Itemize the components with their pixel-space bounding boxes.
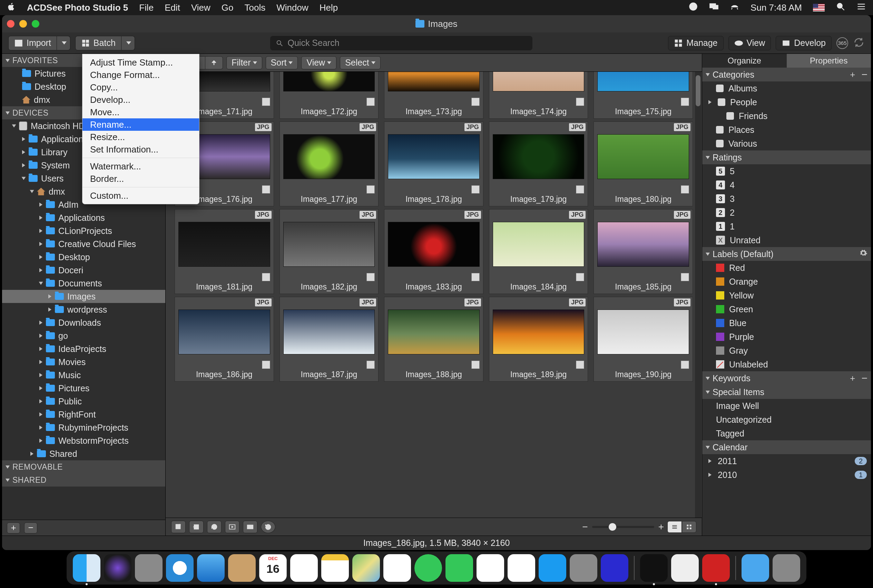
- thumb-cell[interactable]: JPGImages_177.jpg: [279, 122, 379, 206]
- batch-develop[interactable]: Develop...: [82, 93, 199, 106]
- compare-button[interactable]: [243, 521, 257, 533]
- filter-dropdown[interactable]: Filter: [226, 56, 262, 69]
- apple-icon[interactable]: [7, 2, 16, 14]
- label-red[interactable]: Red: [702, 261, 871, 274]
- folder-public[interactable]: Public: [2, 395, 165, 408]
- cal-2010[interactable]: 20101: [702, 468, 871, 482]
- folder-rubymine[interactable]: RubymineProjects: [2, 421, 165, 434]
- folder-wordpress[interactable]: wordpress: [2, 303, 165, 316]
- dock-maps[interactable]: [352, 554, 380, 582]
- dock-1password[interactable]: [671, 554, 699, 582]
- calendar-header[interactable]: Calendar: [702, 440, 871, 454]
- thumb-cell[interactable]: Images_175.jpg: [594, 72, 693, 119]
- thumb-cell[interactable]: JPGImages_187.jpg: [279, 297, 379, 382]
- thumb-cell[interactable]: Images_172.jpg: [279, 72, 379, 119]
- batch-change-format[interactable]: Change Format...: [82, 69, 199, 81]
- dock-acdsee[interactable]: [702, 554, 730, 582]
- quick-search[interactable]: Quick Search: [270, 36, 532, 50]
- thumb-checkbox[interactable]: [262, 361, 270, 369]
- checkbox[interactable]: [716, 140, 724, 147]
- folder-rightfont[interactable]: RightFont: [2, 408, 165, 421]
- external-open-button[interactable]: [171, 521, 186, 533]
- batch-set-info[interactable]: Set Information...: [82, 143, 199, 156]
- dock-finder[interactable]: [73, 554, 100, 582]
- menubar-clock[interactable]: Sun 7:48 AM: [750, 2, 802, 13]
- label-yellow[interactable]: Yellow: [702, 288, 871, 302]
- dock-downloads-stack[interactable]: [741, 554, 769, 582]
- cat-people[interactable]: People: [702, 95, 871, 109]
- thumb-cell[interactable]: JPGImages_180.jpg: [594, 122, 693, 206]
- mode-manage[interactable]: Manage: [668, 36, 723, 50]
- mode-365[interactable]: 365: [836, 37, 848, 49]
- thumb-cell[interactable]: JPGImages_184.jpg: [489, 209, 588, 294]
- close-button[interactable]: [7, 20, 15, 28]
- view-grid[interactable]: [682, 521, 696, 533]
- folder-webstorm[interactable]: WebstormProjects: [2, 434, 165, 447]
- minimize-button[interactable]: [20, 20, 27, 28]
- folder-clion[interactable]: CLionProjects: [2, 224, 165, 237]
- remove-keyword-icon[interactable]: −: [861, 372, 867, 384]
- dock-itunes[interactable]: [508, 554, 535, 582]
- menu-edit[interactable]: Edit: [165, 2, 180, 13]
- label-unlabeled[interactable]: Unlabeled: [702, 357, 871, 371]
- thumb-checkbox[interactable]: [471, 185, 480, 194]
- menu-window[interactable]: Window: [276, 2, 308, 13]
- folder-apps2[interactable]: Applications: [2, 211, 165, 224]
- batch-border[interactable]: Border...: [82, 172, 199, 185]
- dock-photos[interactable]: [383, 554, 411, 582]
- batch-copy[interactable]: Copy...: [82, 81, 199, 93]
- refresh-button[interactable]: [261, 521, 275, 533]
- sort-dropdown[interactable]: Sort: [266, 56, 298, 69]
- zoom-in[interactable]: +: [658, 521, 664, 532]
- ratings-header[interactable]: Ratings: [702, 150, 871, 164]
- rating-3[interactable]: 33: [702, 192, 871, 206]
- import-dropdown[interactable]: [57, 36, 70, 50]
- folder-music[interactable]: Music: [2, 369, 165, 382]
- thumb-cell[interactable]: JPGImages_182.jpg: [279, 209, 379, 294]
- dock-launchpad[interactable]: [135, 554, 162, 582]
- label-purple[interactable]: Purple: [702, 330, 871, 344]
- menu-view[interactable]: View: [191, 2, 210, 13]
- gear-icon[interactable]: [859, 249, 867, 259]
- status-icon-1[interactable]: [688, 2, 698, 14]
- rating-5[interactable]: 55: [702, 164, 871, 178]
- thumb-checkbox[interactable]: [576, 98, 584, 106]
- folder-doceri[interactable]: Doceri: [2, 264, 165, 277]
- displays-icon[interactable]: [709, 2, 719, 14]
- zoom-out[interactable]: −: [582, 521, 588, 532]
- dock-system-preferences[interactable]: [570, 554, 597, 582]
- batch-custom[interactable]: Custom...: [82, 189, 199, 202]
- label-green[interactable]: Green: [702, 302, 871, 316]
- labels-header[interactable]: Labels (Default): [702, 247, 871, 261]
- folder-cc[interactable]: Creative Cloud Files: [2, 237, 165, 250]
- cat-places[interactable]: Places: [702, 123, 871, 136]
- label-orange[interactable]: Orange: [702, 274, 871, 288]
- nav-up[interactable]: [205, 56, 223, 69]
- thumb-checkbox[interactable]: [681, 361, 689, 369]
- dock-facetime[interactable]: [446, 554, 473, 582]
- thumb-cell[interactable]: JPGImages_186.jpg: [175, 297, 274, 382]
- thumb-cell[interactable]: JPGImages_185.jpg: [594, 209, 693, 294]
- app-name[interactable]: ACDSee Photo Studio 5: [27, 2, 128, 13]
- batch-dropdown[interactable]: [122, 36, 135, 50]
- rating-1[interactable]: 11: [702, 219, 871, 233]
- dock-news[interactable]: [477, 554, 504, 582]
- add-category-icon[interactable]: +: [850, 69, 855, 80]
- menu-tools[interactable]: Tools: [244, 2, 266, 13]
- special-uncategorized[interactable]: Uncategorized: [702, 413, 871, 426]
- control-center-icon[interactable]: [856, 2, 866, 14]
- thumb-checkbox[interactable]: [471, 98, 480, 106]
- import-button[interactable]: Import: [8, 36, 57, 50]
- thumb-checkbox[interactable]: [681, 98, 689, 106]
- thumb-checkbox[interactable]: [262, 185, 270, 194]
- menu-go[interactable]: Go: [222, 2, 234, 13]
- special-image-well[interactable]: Image Well: [702, 399, 871, 413]
- checkbox[interactable]: [716, 84, 724, 92]
- cat-albums[interactable]: Albums: [702, 81, 871, 95]
- removable-header[interactable]: REMOVABLE: [2, 460, 165, 473]
- mode-develop[interactable]: Develop: [776, 36, 832, 50]
- tab-organize[interactable]: Organize: [702, 54, 787, 68]
- thumb-checkbox[interactable]: [576, 273, 584, 281]
- view-dropdown[interactable]: View: [301, 56, 336, 69]
- rating-4[interactable]: 44: [702, 178, 871, 192]
